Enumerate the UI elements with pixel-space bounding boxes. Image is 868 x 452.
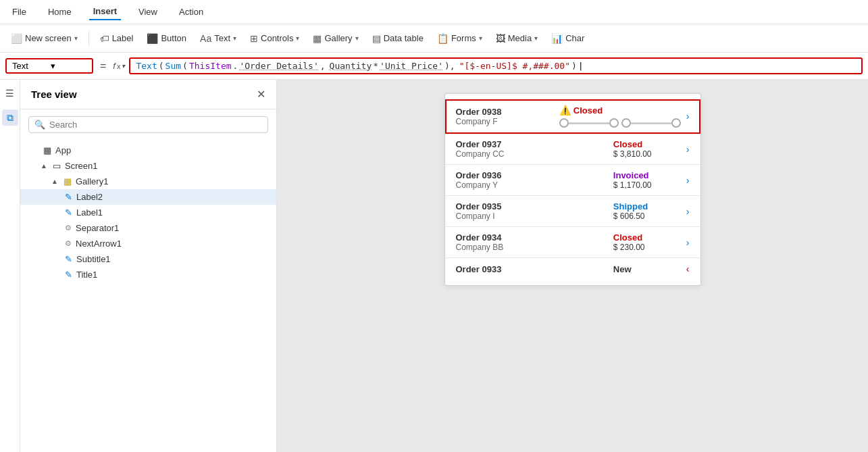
menu-file[interactable]: File xyxy=(8,4,30,20)
tree-item-app[interactable]: ▦ App xyxy=(20,143,276,158)
row-chevron-0934: › xyxy=(686,237,690,248)
row-company-0935: Company I xyxy=(456,211,608,221)
hamburger-icon[interactable]: ☰ xyxy=(2,85,18,101)
row-chevron-0936: › xyxy=(686,175,690,186)
menu-action[interactable]: Action xyxy=(175,4,207,20)
formula-input[interactable]: Text ( Sum ( ThisItem . 'Order Details' … xyxy=(129,57,863,74)
tree-item-label2[interactable]: ✎ Label2 xyxy=(20,189,276,205)
app-icon: ▦ xyxy=(43,145,51,155)
controls-caret: ▾ xyxy=(296,34,299,42)
media-button[interactable]: 🖼 Media ▾ xyxy=(490,30,543,47)
gallery-widget: Order 0938 Company F ⚠️ Closed xyxy=(444,93,701,286)
gallery-icon: ▦ xyxy=(313,33,322,44)
gallery1-icon: ▦ xyxy=(63,176,72,186)
row-amount-0934: $ 230.00 xyxy=(613,243,645,252)
row-status-0938: Closed xyxy=(573,105,603,116)
row-status-col-0938: ⚠️ Closed xyxy=(559,105,681,128)
fx-button[interactable]: fx ▾ xyxy=(113,61,125,71)
formula-func-text: Text xyxy=(136,61,157,71)
data-table-label: Data table xyxy=(384,33,424,43)
menu-view[interactable]: View xyxy=(134,4,161,20)
new-screen-icon: ⬜ xyxy=(11,33,22,44)
title1-label: Title1 xyxy=(76,270,97,280)
separator1-label: Separator1 xyxy=(76,223,119,233)
row-order-0934: Order 0934 xyxy=(456,232,608,243)
row-status-col-0933: New xyxy=(613,264,681,274)
text-caret: ▾ xyxy=(233,34,236,42)
row-main-0933: Order 0933 xyxy=(456,264,608,274)
row-order-0936: Order 0936 xyxy=(456,170,608,180)
row-chevron-0933: ‹ xyxy=(686,263,690,274)
label-button[interactable]: 🏷 Label xyxy=(95,30,139,47)
tree-item-screen1[interactable]: ▲ ▭ Screen1 xyxy=(20,158,276,174)
gallery1-expand: ▲ xyxy=(51,178,59,185)
tree-item-title1[interactable]: ✎ Title1 xyxy=(20,267,276,282)
row-chevron-0937: › xyxy=(686,144,690,155)
row-company-0937: Company CC xyxy=(456,149,608,159)
gallery-row-0936[interactable]: Order 0936 Company Y Invoiced $ 1,170.00… xyxy=(445,165,700,196)
row-chevron-0938: › xyxy=(686,111,690,122)
data-table-button[interactable]: ▤ Data table xyxy=(367,30,429,47)
subtitle1-label: Subtitle1 xyxy=(76,254,111,264)
gallery-row-0934[interactable]: Order 0934 Company BB Closed $ 230.00 › xyxy=(445,227,700,258)
tree-item-nextarrow1[interactable]: ⚙ NextArrow1 xyxy=(20,236,276,251)
text-icon: Aa xyxy=(200,33,211,44)
menu-bar: File Home Insert View Action xyxy=(0,0,868,24)
forms-button[interactable]: 📋 Forms ▾ xyxy=(432,30,488,47)
tree-search-input[interactable] xyxy=(49,120,262,130)
row-status-0937: Closed xyxy=(613,139,642,149)
chart-label: Char xyxy=(565,33,584,43)
label-icon: 🏷 xyxy=(100,33,109,44)
tree-item-gallery1[interactable]: ▲ ▦ Gallery1 xyxy=(20,174,276,189)
menu-insert[interactable]: Insert xyxy=(89,3,121,20)
label2-label: Label2 xyxy=(76,192,103,202)
row-company-0936: Company Y xyxy=(456,180,608,190)
row-company-0938: Company F xyxy=(456,117,554,126)
tree-item-subtitle1[interactable]: ✎ Subtitle1 xyxy=(20,251,276,267)
row-status-0935: Shipped xyxy=(613,201,648,211)
button-button[interactable]: ⬛ Button xyxy=(141,30,192,47)
controls-button[interactable]: ⊞ Controls ▾ xyxy=(245,30,305,47)
tree-item-label1[interactable]: ✎ Label1 xyxy=(20,205,276,220)
nextarrow1-label: NextArrow1 xyxy=(76,238,122,249)
tree-item-separator1[interactable]: ⚙ Separator1 xyxy=(20,220,276,236)
row-main-0938: Order 0938 Company F xyxy=(456,107,554,126)
forms-label: Forms xyxy=(451,33,476,43)
chart-icon: 📊 xyxy=(551,33,563,44)
layers-icon[interactable]: ⧉ xyxy=(2,109,18,126)
row-status-col-0935: Shipped $ 606.50 xyxy=(613,201,681,221)
label2-icon: ✎ xyxy=(65,192,72,202)
forms-icon: 📋 xyxy=(437,33,449,44)
gallery-row-0937[interactable]: Order 0937 Company CC Closed $ 3,810.00 … xyxy=(445,134,700,165)
controls-icon: ⊞ xyxy=(250,33,258,44)
text-label: Text xyxy=(214,33,230,43)
tree-search-bar[interactable]: 🔍 xyxy=(28,116,268,133)
text-button[interactable]: Aa Text ▾ xyxy=(195,30,242,47)
row-main-0934: Order 0934 Company BB xyxy=(456,232,608,252)
row-status-0934: Closed xyxy=(613,232,642,243)
row-order-0935: Order 0935 xyxy=(456,201,608,211)
new-screen-label: New screen xyxy=(25,33,72,43)
chart-button[interactable]: 📊 Char xyxy=(546,30,590,47)
gallery-row-0938[interactable]: Order 0938 Company F ⚠️ Closed xyxy=(445,99,700,134)
gallery-row-0933[interactable]: Order 0933 New ‹ xyxy=(445,258,700,280)
formula-selector[interactable]: Text ▾ xyxy=(5,58,93,74)
screen1-icon: ▭ xyxy=(53,161,61,171)
new-screen-button[interactable]: ⬜ New screen ▾ xyxy=(5,30,83,47)
nextarrow1-icon: ⚙ xyxy=(65,239,72,248)
tree-close-button[interactable]: ✕ xyxy=(257,88,265,101)
gallery-button[interactable]: ▦ Gallery ▾ xyxy=(307,30,363,47)
tree-panel: Tree view ✕ 🔍 ▦ App ▲ ▭ Screen1 xyxy=(20,80,277,452)
row-amount-0937: $ 3,810.00 xyxy=(613,149,652,159)
gallery-row-0935[interactable]: Order 0935 Company I Shipped $ 606.50 › xyxy=(445,196,700,227)
sidebar-strip: ☰ ⧉ xyxy=(0,80,20,452)
row-status-0936: Invoiced xyxy=(613,170,649,180)
label1-icon: ✎ xyxy=(65,207,72,218)
formula-selector-caret: ▾ xyxy=(51,61,86,71)
label1-label: Label1 xyxy=(76,207,103,218)
app-label: App xyxy=(55,145,71,155)
menu-home[interactable]: Home xyxy=(44,4,76,20)
row-main-0935: Order 0935 Company I xyxy=(456,201,608,221)
row-chevron-0935: › xyxy=(686,206,690,217)
equals-sign: = xyxy=(97,60,109,72)
